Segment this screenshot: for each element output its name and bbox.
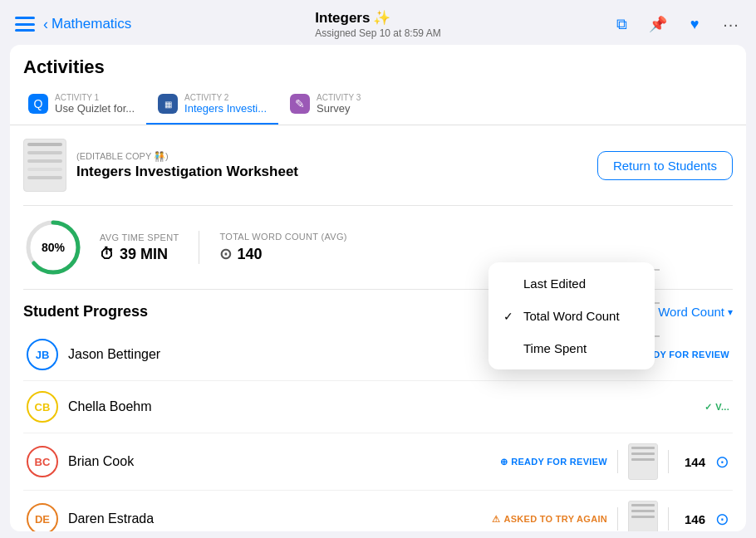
copy-icon[interactable]: ⧉ [610, 12, 633, 36]
progress-percent: 80% [42, 241, 65, 254]
doc-preview [628, 443, 658, 480]
tab1-icon: Q [28, 94, 48, 114]
tab2-icon: ▦ [158, 94, 178, 114]
status-icon: ⊕ [500, 457, 508, 467]
top-bar-left: ‹ Mathematics [13, 15, 131, 33]
doc-info: (EDITABLE COPY 🧑‍🤝‍🧑) Integers Investiga… [23, 139, 298, 192]
status-label: READY FOR REVIEW [511, 457, 607, 467]
status-badge: ⊕ READY FOR REVIEW [500, 457, 607, 467]
table-row: BC Brian Cook ⊕ READY FOR REVIEW 144 ⊙ [23, 433, 733, 491]
page-subtitle: Assigned Sep 10 at 8:59 AM [315, 27, 440, 39]
table-row: CB Chella Boehm ✓ V... [23, 381, 733, 433]
stat-divider [199, 231, 199, 264]
top-bar-center: Integers ✨ Assigned Sep 10 at 8:59 AM [315, 9, 440, 39]
top-bar: ‹ Mathematics Integers ✨ Assigned Sep 10… [0, 0, 756, 45]
separator [617, 450, 618, 473]
dropdown-menu: Last Edited ✓ Total Word Count Time Spen… [488, 262, 655, 369]
avg-time-stat: AVG TIME SPENT ⏱ 39 MIN [100, 232, 179, 263]
doc-header: (EDITABLE COPY 🧑‍🤝‍🧑) Integers Investiga… [23, 139, 733, 192]
table-row: DE Daren Estrada ⚠ ASKED TO TRY AGAIN 14… [23, 491, 733, 531]
top-bar-right: ⧉ 📌 ♥ ··· [610, 12, 743, 36]
row-menu-button[interactable]: ⊙ [715, 509, 729, 529]
sidebar-toggle-button[interactable] [13, 15, 37, 33]
avatar: CB [27, 391, 58, 423]
status-label: V... [715, 402, 729, 412]
student-name: Daren Estrada [68, 511, 482, 526]
row-menu-button[interactable]: ⊙ [715, 452, 729, 472]
dropdown-item-last-edited[interactable]: Last Edited [488, 267, 655, 300]
separator [668, 507, 669, 531]
dropdown-label: Last Edited [523, 276, 586, 291]
doc-preview [628, 501, 658, 531]
tab-activity-3[interactable]: ✎ ACTIVITY 3 Survey [278, 85, 372, 125]
progress-circle: 80% [23, 218, 83, 277]
tab3-icon: ✎ [290, 94, 310, 114]
student-name: Brian Cook [68, 454, 490, 469]
tab2-labels: ACTIVITY 2 Integers Investi... [184, 93, 267, 115]
status-label: ASKED TO TRY AGAIN [503, 514, 607, 524]
status-icon: ✓ [704, 402, 712, 413]
word-count: 146 [679, 512, 705, 526]
chevron-left-icon: ‹ [43, 16, 48, 33]
dropdown-item-time-spent[interactable]: Time Spent [488, 332, 655, 364]
tab-activity-1[interactable]: Q ACTIVITY 1 Use Quizlet for... [17, 85, 146, 125]
back-button[interactable]: ‹ Mathematics [43, 16, 131, 33]
activities-heading: Activities [10, 45, 746, 85]
word-count-value: ⊙ 140 [219, 245, 346, 263]
checkmark-active-icon: ✓ [503, 310, 517, 323]
activity-tabs: Q ACTIVITY 1 Use Quizlet for... ▦ ACTIVI… [10, 85, 746, 125]
page-title: Integers ✨ [315, 9, 440, 27]
tab3-labels: ACTIVITY 3 Survey [317, 93, 361, 115]
section-title: Student Progress [23, 303, 148, 320]
more-icon[interactable]: ··· [719, 12, 743, 36]
back-label: Mathematics [52, 16, 131, 32]
dropdown-label: Total Word Count [523, 309, 620, 323]
word-count-icon: ⊙ [219, 245, 232, 263]
clock-icon: ⏱ [100, 246, 115, 263]
word-count: 144 [679, 455, 705, 469]
tab1-labels: ACTIVITY 1 Use Quizlet for... [55, 93, 135, 115]
doc-title: Integers Investigation Worksheet [76, 164, 298, 180]
heart-icon[interactable]: ♥ [683, 12, 706, 36]
editable-label: (EDITABLE COPY 🧑‍🤝‍🧑) [76, 151, 298, 162]
chevron-down-icon: ▾ [728, 306, 733, 318]
status-badge: ✓ V... [704, 402, 729, 413]
dropdown-item-total-word-count[interactable]: ✓ Total Word Count [488, 300, 655, 332]
tab-activity-2[interactable]: ▦ ACTIVITY 2 Integers Investi... [146, 85, 278, 125]
separator [668, 450, 669, 473]
avg-time-value: ⏱ 39 MIN [100, 246, 179, 263]
pin-icon[interactable]: 📌 [646, 12, 670, 36]
dropdown-label: Time Spent [523, 341, 587, 355]
separator [617, 507, 618, 531]
doc-thumbnail [23, 139, 66, 192]
status-icon: ⚠ [492, 514, 500, 525]
student-name: Chella Boehm [68, 399, 695, 414]
word-count-stat: TOTAL WORD COUNT (AVG) ⊙ 140 [219, 232, 346, 263]
return-to-students-button[interactable]: Return to Students [597, 151, 733, 180]
doc-meta: (EDITABLE COPY 🧑‍🤝‍🧑) Integers Investiga… [76, 151, 298, 180]
status-badge: ⚠ ASKED TO TRY AGAIN [492, 514, 607, 525]
avatar: JB [27, 339, 58, 370]
avatar: BC [27, 446, 58, 477]
avatar: DE [27, 503, 58, 531]
